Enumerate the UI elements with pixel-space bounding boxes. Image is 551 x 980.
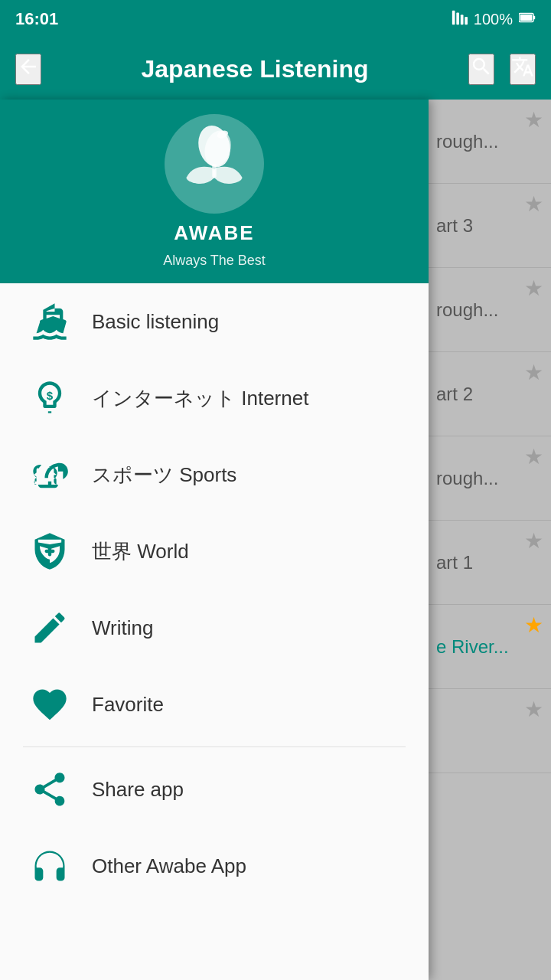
- sidebar-item-basic-listening-label: Basic listening: [92, 310, 219, 334]
- brand-name: AWABE: [174, 221, 254, 245]
- star-1[interactable]: ★: [524, 107, 543, 132]
- shield-cross-icon: [23, 531, 77, 571]
- pencil-icon: [23, 608, 77, 648]
- sidebar-item-favorite[interactable]: Favorite: [0, 666, 429, 743]
- sidebar-item-world[interactable]: 世界 World: [0, 513, 429, 590]
- star-2[interactable]: ★: [524, 191, 543, 217]
- svg-text:$: $: [47, 389, 54, 402]
- behind-row-5: rough... ★: [429, 436, 551, 521]
- page-title: Japanese Listening: [57, 55, 453, 83]
- sidebar-item-other-app[interactable]: Other Awabe App: [0, 828, 429, 904]
- sidebar-item-share[interactable]: Share app: [0, 751, 429, 828]
- handshake-icon: [23, 455, 77, 495]
- star-7[interactable]: ★: [524, 612, 543, 638]
- svg-rect-10: [212, 164, 217, 178]
- behind-text-4: art 2: [436, 384, 473, 405]
- behind-row-8: ★: [429, 689, 551, 773]
- star-6[interactable]: ★: [524, 528, 543, 554]
- sidebar-item-other-app-label: Other Awabe App: [92, 854, 246, 878]
- sidebar-item-writing[interactable]: Writing: [0, 590, 429, 666]
- status-icons: 100%: [451, 9, 536, 30]
- bulb-icon: $: [23, 378, 77, 418]
- svg-rect-2: [461, 15, 464, 24]
- background-content: rough... ★ art 3 ★ rough... ★ art 2 ★ ro…: [429, 100, 551, 980]
- behind-text-3: rough...: [436, 299, 498, 321]
- sim-icon: [451, 9, 468, 30]
- behind-text-2: art 3: [436, 215, 473, 237]
- star-4[interactable]: ★: [524, 360, 543, 385]
- svg-rect-0: [452, 10, 455, 24]
- behind-row-3: rough... ★: [429, 268, 551, 352]
- sidebar-item-sports[interactable]: スポーツ Sports: [0, 436, 429, 513]
- sidebar-item-world-label: 世界 World: [92, 538, 189, 565]
- behind-row-2: art 3 ★: [429, 184, 551, 268]
- heart-icon: [23, 684, 77, 724]
- behind-text-6: art 1: [436, 552, 473, 573]
- translate-button[interactable]: [510, 54, 536, 85]
- menu-divider: [23, 746, 406, 747]
- behind-row-7: e River... ★: [429, 605, 551, 689]
- share-icon: [23, 769, 77, 809]
- sidebar-item-sports-label: スポーツ Sports: [92, 462, 236, 488]
- sidebar-item-internet[interactable]: $ インターネット Internet: [0, 360, 429, 436]
- behind-row-4: art 2 ★: [429, 352, 551, 436]
- logo-circle: [165, 114, 264, 214]
- svg-rect-1: [456, 12, 459, 24]
- drawer: AWABE Always The Best Basic listening $: [0, 100, 429, 980]
- sail-icon: [23, 302, 77, 341]
- status-time: 16:01: [15, 9, 58, 29]
- sidebar-item-writing-label: Writing: [92, 616, 153, 640]
- behind-text-7: e River...: [436, 636, 509, 658]
- behind-row-6: art 1 ★: [429, 521, 551, 605]
- svg-rect-6: [520, 15, 533, 21]
- battery-text: 100%: [474, 11, 513, 28]
- sidebar-item-favorite-label: Favorite: [92, 693, 164, 717]
- svg-rect-5: [533, 15, 535, 19]
- star-5[interactable]: ★: [524, 444, 543, 469]
- menu-list: Basic listening $ インターネット Internet スポーツ …: [0, 283, 429, 980]
- drawer-header: AWABE Always The Best: [0, 100, 429, 283]
- sidebar-item-basic-listening[interactable]: Basic listening: [0, 283, 429, 360]
- behind-row-1: rough... ★: [429, 100, 551, 184]
- battery-icon: [519, 9, 536, 30]
- status-bar: 16:01 100%: [0, 0, 551, 38]
- behind-text-1: rough...: [436, 131, 498, 152]
- sidebar-item-internet-label: インターネット Internet: [92, 385, 308, 412]
- behind-text-5: rough...: [436, 468, 498, 489]
- back-button[interactable]: [15, 54, 41, 85]
- star-3[interactable]: ★: [524, 276, 543, 301]
- brand-sub: Always The Best: [163, 253, 266, 269]
- sidebar-item-share-label: Share app: [92, 778, 184, 802]
- svg-rect-13: [45, 550, 55, 553]
- app-bar: Japanese Listening: [0, 38, 551, 100]
- search-button[interactable]: [468, 54, 494, 85]
- headphone-icon: [23, 846, 77, 886]
- svg-rect-3: [465, 17, 468, 24]
- star-8[interactable]: ★: [524, 697, 543, 722]
